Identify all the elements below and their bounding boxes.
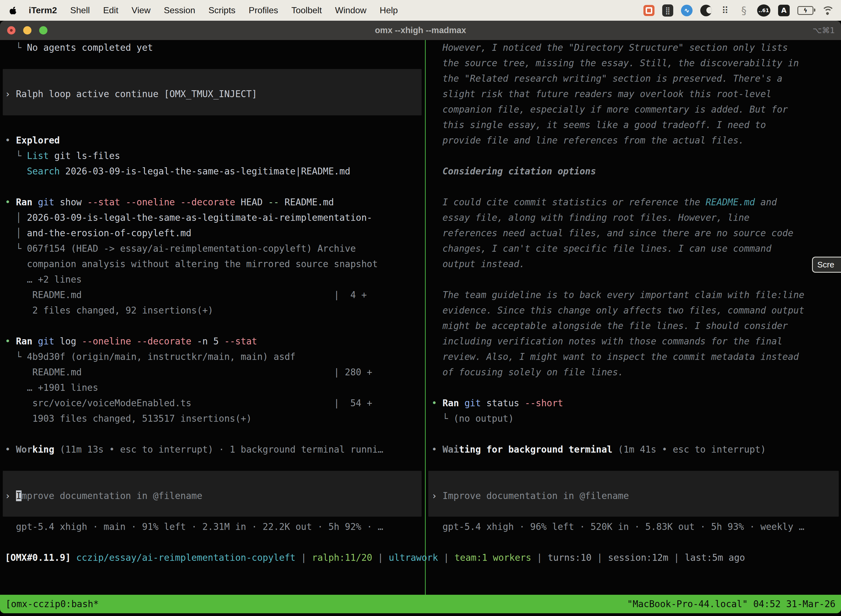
menu-item-iterm2[interactable]: iTerm2 [29, 5, 57, 15]
pane-right[interactable]: However, I noticed the "Directory Struct… [426, 40, 841, 595]
terminal-line: › Improve documentation in @filename [0, 488, 424, 504]
terminal-line: • Waiting for background terminal (1m 41… [426, 442, 841, 457]
menu-item-scripts[interactable]: Scripts [208, 5, 235, 15]
tmux-status-bar: [omx-cczip0:bash* "MacBook-Pro-44.local"… [0, 595, 841, 613]
window-title: omx --xhigh --madmax [0, 21, 841, 40]
menu-item-session[interactable]: Session [164, 5, 195, 15]
terminal-line: … +1901 lines [0, 380, 424, 396]
menu-items: iTerm2ShellEditViewSessionScriptsProfile… [29, 5, 398, 15]
terminal-line: • Ran git show --stat --oneline --decora… [0, 195, 424, 210]
timer-61-icon[interactable]: ..61 [757, 4, 771, 16]
terminal-line: │ and-the-erosion-of-copyleft.md [0, 226, 424, 241]
terminal-line: this single essay, it seems like a good … [426, 117, 841, 133]
terminal-line: of focusing solely on file lines. [426, 365, 841, 380]
menu-item-toolbelt[interactable]: Toolbelt [292, 5, 322, 15]
pie-icon[interactable] [700, 5, 712, 16]
input-a-icon[interactable]: A [778, 5, 790, 16]
keypad-icon[interactable]: ⣿ [662, 4, 673, 16]
terminal-line: └ 4b9d30f (origin/main, instructkr/main,… [0, 349, 424, 365]
menu-item-profiles[interactable]: Profiles [249, 5, 278, 15]
terminal-line: └ (no output) [426, 411, 841, 427]
screen: iTerm2ShellEditViewSessionScriptsProfile… [0, 0, 841, 616]
terminal-line: provide file and line references from th… [426, 133, 841, 148]
tmux-host-clock: "MacBook-Pro-44.local" 04:52 31-Mar-26 [627, 595, 835, 613]
terminal-line: │ 2026-03-09-is-legal-the-same-as-legiti… [0, 210, 424, 226]
terminal-line: 2 files changed, 92 insertions(+) [0, 303, 424, 318]
terminal-line: src/voice/voiceModeEnabled.ts | 54 + [0, 396, 424, 411]
battery-icon[interactable]: ϟ [797, 6, 813, 15]
terminal-line: the "Related research writing" section i… [426, 71, 841, 87]
terminal-line: the source tree, missing the essay. Stil… [426, 56, 841, 71]
terminal-line: └ 067f154 (HEAD -> essay/ai-reimplementa… [0, 241, 424, 257]
pane-left[interactable]: └ No agents completed yet› Ralph loop ac… [0, 40, 424, 595]
terminal-line: evidence. Since this change only affects… [426, 303, 841, 318]
apple-menu-icon[interactable] [9, 6, 16, 15]
terminal-line: essay file, along with finding root file… [426, 210, 841, 226]
spark-badge-icon[interactable]: ∿ [681, 5, 693, 16]
terminal-line: └ No agents completed yet [0, 40, 424, 56]
terminal-line: › Improve documentation in @filename [426, 488, 841, 504]
terminal-line: review. Also, I might want to inspect th… [426, 349, 841, 365]
terminal-line: • Ran git log --oneline --decorate -n 5 … [0, 334, 424, 349]
terminal-line: including verification notes with those … [426, 334, 841, 349]
terminal-line: gpt-5.4 xhigh · main · 91% left · 2.31M … [0, 519, 424, 535]
menu-item-help[interactable]: Help [379, 5, 398, 15]
terminal-line: The team guideline is to back every impo… [426, 287, 841, 303]
overlay-label: Scre [817, 260, 834, 269]
terminal: └ No agents completed yet› Ralph loop ac… [0, 40, 841, 595]
terminal-line: might be acceptable alongside the file l… [426, 318, 841, 334]
terminal-line: gpt-5.4 xhigh · 96% left · 520K in · 5.8… [426, 519, 841, 535]
terminal-line: slight risk that future readers may over… [426, 87, 841, 102]
terminal-line: companion analysis without altering the … [0, 257, 424, 272]
terminal-line: • Working (11m 13s • esc to interrupt) ·… [0, 442, 424, 457]
terminal-line: However, I noticed the "Directory Struct… [426, 40, 841, 56]
menu-bar: iTerm2ShellEditViewSessionScriptsProfile… [0, 0, 841, 21]
screen-share-overlay[interactable]: Scre [812, 257, 841, 273]
dot-grid-icon[interactable]: ⠿ [719, 5, 731, 16]
terminal-line: I could cite commit statistics or refere… [426, 195, 841, 210]
terminal-line: 1903 files changed, 513517 insertions(+) [0, 411, 424, 427]
squiggle-icon[interactable]: § [738, 5, 749, 16]
terminal-line: • Ran git status --short [426, 396, 841, 411]
wifi-icon[interactable] [821, 6, 834, 15]
terminal-line: output instead. [426, 257, 841, 272]
window-shortcut-badge: ⌥⌘1 [813, 21, 835, 40]
terminal-line: └ List git ls-files [0, 148, 424, 164]
iterm-window: omx --xhigh --madmax ⌥⌘1 └ No agents com… [0, 21, 841, 616]
chat-icon[interactable] [643, 5, 655, 16]
terminal-line: changes, I can't cite specific file line… [426, 241, 841, 257]
terminal-line: › Ralph loop active continue [OMX_TMUX_I… [0, 87, 424, 102]
terminal-line: Considering citation options [426, 164, 841, 179]
menu-item-window[interactable]: Window [335, 5, 366, 15]
terminal-line: README.md | 280 + [0, 365, 424, 380]
menu-item-view[interactable]: View [132, 5, 151, 15]
menu-item-shell[interactable]: Shell [70, 5, 90, 15]
terminal-line: README.md | 4 + [0, 287, 424, 303]
title-bar[interactable]: omx --xhigh --madmax ⌥⌘1 [0, 21, 841, 40]
terminal-line: Search 2026-03-09-is-legal-the-same-as-l… [0, 164, 424, 179]
omx-status-bar: [OMX#0.11.9] cczip/essay/ai-reimplementa… [5, 550, 745, 566]
terminal-line: … +2 lines [0, 272, 424, 287]
terminal-line: • Explored [0, 133, 424, 148]
menu-bar-status-icons: ⣿∿⠿§..61Aϟ [643, 4, 841, 16]
terminal-line: references need actual files, and since … [426, 226, 841, 241]
terminal-line: companion file, especially if more comme… [426, 102, 841, 117]
menu-item-edit[interactable]: Edit [103, 5, 119, 15]
tmux-session-label: [omx-cczip0:bash* [6, 595, 99, 613]
pane-divider[interactable] [425, 40, 426, 595]
